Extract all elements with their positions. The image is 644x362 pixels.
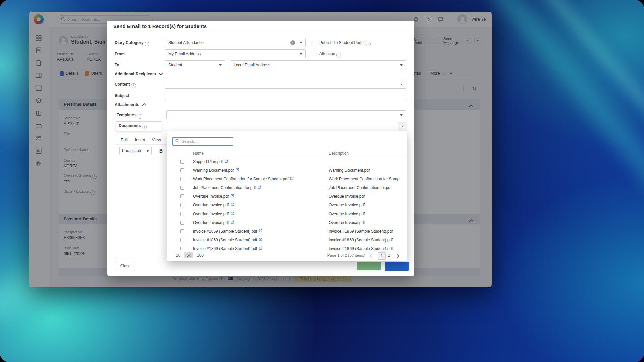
table-row[interactable]: Work Placement Confirmation for Sample S…: [167, 175, 407, 183]
page-1-button[interactable]: 1: [378, 252, 386, 260]
combobox-dropdown-button[interactable]: [398, 122, 407, 131]
chevron-down-icon: [400, 114, 403, 116]
to-select[interactable]: Student: [165, 60, 225, 69]
info-icon[interactable]: [138, 114, 142, 119]
attention-checkbox[interactable]: [313, 52, 317, 56]
menu-edit[interactable]: Edit: [121, 138, 128, 142]
row-checkbox[interactable]: [180, 177, 184, 181]
documents-label-box: Documents: [116, 121, 162, 131]
search-icon: [175, 138, 179, 144]
pagination-info: Page 1 of 2 (57 items): [308, 253, 365, 257]
additional-recipients-toggle[interactable]: Additional Recipients: [115, 72, 163, 76]
info-icon[interactable]: [142, 125, 147, 129]
row-checkbox[interactable]: [180, 160, 184, 164]
info-icon[interactable]: [131, 83, 136, 88]
chevron-left-icon[interactable]: [369, 253, 373, 259]
documents-combobox[interactable]: [167, 122, 407, 131]
documents-pagination: 20 50 100 Page 1 of 2 (57 items) 1 2: [167, 250, 407, 261]
table-row[interactable]: Invoice #1869 (Sample Student).pdfInvoic…: [167, 244, 407, 250]
external-link-icon[interactable]: [257, 185, 261, 190]
from-select[interactable]: My Email Address: [165, 49, 306, 58]
chevron-down-icon: [400, 64, 403, 66]
chevron-down-icon: [219, 64, 222, 66]
send-email-modal: Send Email to 1 Record(s) for Students D…: [107, 21, 414, 276]
templates-select[interactable]: [166, 110, 406, 119]
chevron-down-icon: [159, 72, 163, 76]
send-button[interactable]: [385, 262, 409, 271]
diary-category-select[interactable]: Student Attendance: [165, 38, 306, 47]
page-size-100[interactable]: 100: [197, 253, 204, 258]
attention-label: Attention: [319, 51, 341, 57]
chevron-up-icon: [142, 102, 146, 107]
documents-dropdown-panel: Name Description Support Plan.pdf Warnin…: [167, 131, 407, 261]
row-checkbox[interactable]: [180, 194, 184, 198]
bold-button[interactable]: B: [157, 148, 165, 154]
diary-category-label: Diary Category: [115, 40, 149, 46]
chevron-right-icon[interactable]: [396, 253, 400, 259]
column-name: Name: [193, 151, 204, 156]
subject-label: Subject: [115, 93, 129, 98]
table-row[interactable]: Overdue Invoice.pdfOverdue Invoice.pdf: [167, 209, 407, 218]
external-link-icon[interactable]: [259, 229, 262, 234]
external-link-icon[interactable]: [230, 194, 234, 199]
row-checkbox[interactable]: [180, 221, 184, 225]
row-checkbox[interactable]: [180, 212, 184, 216]
page-2-button[interactable]: 2: [388, 253, 390, 258]
page-size-50[interactable]: 50: [184, 252, 193, 258]
row-checkbox[interactable]: [180, 238, 184, 242]
documents-search-input[interactable]: [181, 139, 234, 144]
documents-rows: Support Plan.pdf Warning Document.pdfWar…: [167, 157, 407, 250]
column-description: Description: [329, 151, 349, 156]
content-label: Content: [115, 82, 136, 88]
info-icon[interactable]: [366, 42, 371, 46]
chevron-down-icon: [300, 42, 302, 44]
menu-insert[interactable]: Insert: [135, 138, 145, 142]
table-row[interactable]: Overdue Invoice.pdfOverdue Invoice.pdf: [167, 201, 407, 209]
table-row[interactable]: Support Plan.pdf: [167, 157, 407, 166]
row-checkbox[interactable]: [180, 247, 184, 250]
chevron-down-icon: [400, 84, 403, 85]
modal-header: Send Email to 1 Record(s) for Students: [107, 21, 414, 32]
row-checkbox[interactable]: [180, 203, 184, 207]
external-link-icon[interactable]: [290, 177, 294, 181]
page-size-20[interactable]: 20: [176, 253, 180, 258]
external-link-icon[interactable]: [259, 238, 262, 242]
modal-title: Send Email to 1 Record(s) for Students: [113, 23, 207, 29]
table-row[interactable]: Overdue Invoice.pdfOverdue Invoice.pdf: [167, 218, 407, 227]
row-checkbox[interactable]: [180, 229, 184, 233]
to-address-select[interactable]: Local Email Address: [230, 60, 406, 69]
table-row[interactable]: Overdue Invoice.pdfOverdue Invoice.pdf: [167, 192, 407, 201]
to-label: To: [115, 63, 119, 67]
external-link-icon[interactable]: [230, 220, 234, 225]
external-link-icon[interactable]: [230, 212, 234, 216]
row-checkbox[interactable]: [180, 168, 184, 172]
publish-to-portal-checkbox[interactable]: [313, 41, 317, 45]
publish-to-portal-label: Publish To Student Portal: [319, 40, 371, 46]
chevron-down-icon: [146, 150, 149, 152]
subject-input[interactable]: [165, 91, 406, 100]
close-button[interactable]: Close: [116, 262, 135, 270]
content-select[interactable]: [165, 80, 406, 89]
paragraph-style-select[interactable]: Paragraph: [119, 147, 152, 155]
documents-table-header: Name Description: [167, 149, 407, 157]
attachments-toggle[interactable]: Attachments: [115, 102, 146, 107]
documents-label: Documents: [119, 123, 147, 129]
table-row[interactable]: Job Placement Confirmation for.pdfJob Pl…: [167, 183, 407, 192]
templates-label: Templates: [117, 113, 142, 119]
secondary-action-button[interactable]: [357, 262, 381, 270]
table-row[interactable]: Warning Document.pdfWarning Document.pdf: [167, 166, 407, 175]
external-link-icon[interactable]: [259, 246, 262, 250]
table-row[interactable]: Invoice #1869 (Sample Student).pdfInvoic…: [167, 236, 407, 244]
external-link-icon[interactable]: [235, 168, 239, 173]
chevron-down-icon: [300, 53, 302, 55]
external-link-icon[interactable]: [230, 203, 234, 207]
table-row[interactable]: Invoice #1869 (Sample Student).pdfInvoic…: [167, 227, 407, 236]
from-label: From: [115, 52, 125, 56]
documents-search[interactable]: [172, 137, 233, 146]
row-checkbox[interactable]: [180, 186, 184, 190]
menu-view[interactable]: View: [152, 138, 161, 142]
clear-selection-icon[interactable]: [290, 40, 295, 45]
info-icon[interactable]: [145, 42, 149, 46]
external-link-icon[interactable]: [224, 159, 228, 164]
info-icon[interactable]: [336, 53, 341, 57]
